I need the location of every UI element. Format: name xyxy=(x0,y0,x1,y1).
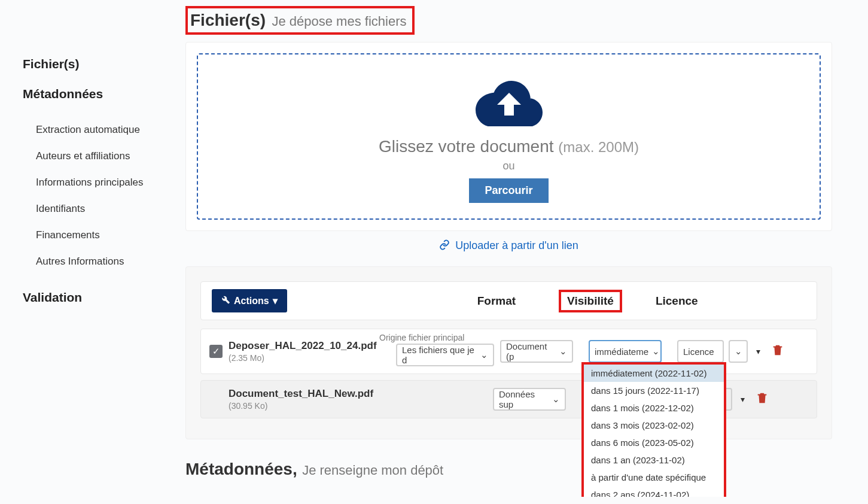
sidebar-item-autres[interactable]: Autres Informations xyxy=(23,248,173,275)
file-table: Actions ▾ Format Visibilité Licence ✓ De… xyxy=(185,266,832,439)
upload-from-link[interactable]: Uploader à partir d'un lien xyxy=(439,239,578,251)
checkbox-checked[interactable]: ✓ xyxy=(209,345,223,358)
column-header-visibility-highlight: Visibilité xyxy=(559,290,622,312)
column-header-visibility: Visibilité xyxy=(567,294,614,307)
sidebar-item-identifiants[interactable]: Identifiants xyxy=(23,196,173,222)
chevron-down-icon: ⌄ xyxy=(559,346,567,357)
caret-down-icon: ▾ xyxy=(273,295,278,306)
sidebar-item-financements[interactable]: Financements xyxy=(23,222,173,248)
origin-select[interactable]: Les fichiers que je d ⌄ xyxy=(396,344,494,366)
dropzone-card: Glissez votre document (max. 200M) ou Pa… xyxy=(185,42,832,231)
sidebar-item-informations[interactable]: Informations principales xyxy=(23,169,173,196)
column-header-licence: Licence xyxy=(656,294,698,308)
format-select[interactable]: Données sup ⌄ xyxy=(493,388,566,411)
visibility-value: immédiateme xyxy=(595,347,648,357)
browse-button[interactable]: Parcourir xyxy=(469,178,548,203)
dropzone-text-main: Glissez votre document xyxy=(379,137,554,156)
dropzone-text-size: (max. 200M) xyxy=(558,139,639,155)
sidebar-item-extraction[interactable]: Extraction automatique xyxy=(23,117,173,143)
link-icon xyxy=(439,239,450,253)
dropzone[interactable]: Glissez votre document (max. 200M) ou Pa… xyxy=(197,53,821,220)
sidebar-section-fichiers[interactable]: Fichier(s) xyxy=(23,57,173,71)
visibility-option[interactable]: dans 1 mois (2022-12-02) xyxy=(584,399,724,417)
dropzone-or: ou xyxy=(204,160,814,172)
page-title: Fichier(s) xyxy=(190,11,266,29)
sidebar-section-metadonnees[interactable]: Métadonnées xyxy=(23,87,173,101)
main-content: Fichier(s) Je dépose mes fichiers Glisse… xyxy=(173,0,868,497)
format-value: Données sup xyxy=(499,389,549,409)
metadata-section-title-row: Métadonnées, Je renseigne mon dépôt xyxy=(185,460,832,479)
upload-link-label: Uploader à partir d'un lien xyxy=(455,239,578,251)
chevron-down-icon: ⌄ xyxy=(552,394,560,405)
wrench-icon xyxy=(221,295,230,306)
delete-button[interactable] xyxy=(756,391,771,407)
page-subtitle: Je dépose mes fichiers xyxy=(272,14,406,29)
origin-label: Origine fichier principal xyxy=(379,333,464,342)
cloud-upload-icon xyxy=(473,76,545,129)
visibility-option[interactable]: dans 1 an (2023-11-02) xyxy=(584,451,724,469)
licence-dropdown-button[interactable]: ⌄ xyxy=(729,340,748,363)
delete-button[interactable] xyxy=(771,344,787,359)
file-table-header: Actions ▾ Format Visibilité Licence xyxy=(200,281,817,320)
file-size: (2.35 Mo) xyxy=(229,353,382,363)
visibility-option[interactable]: dans 15 jours (2022-11-17) xyxy=(584,382,724,399)
page-title-highlight: Fichier(s) Je dépose mes fichiers xyxy=(185,6,415,35)
actions-button[interactable]: Actions ▾ xyxy=(212,289,287,312)
sidebar-item-auteurs[interactable]: Auteurs et affiliations xyxy=(23,143,173,169)
visibility-option[interactable]: à partir d'une date spécifique xyxy=(584,469,724,486)
metadata-section-title: Métadonnées, xyxy=(185,460,297,478)
metadata-section-subtitle: Je renseigne mon dépôt xyxy=(302,463,443,478)
table-row: ✓ Deposer_HAL_2022_10_24.pdf (2.35 Mo) O… xyxy=(200,329,817,374)
file-name: Deposer_HAL_2022_10_24.pdf xyxy=(229,340,382,352)
actions-label: Actions xyxy=(234,296,269,306)
chevron-down-icon: ⌄ xyxy=(480,350,488,360)
file-size: (30.95 Ko) xyxy=(229,401,392,411)
dropzone-text: Glissez votre document (max. 200M) xyxy=(204,137,814,156)
visibility-option[interactable]: dans 3 mois (2023-02-02) xyxy=(584,417,724,434)
format-value: Document (p xyxy=(506,341,556,362)
visibility-option[interactable]: immédiatement (2022-11-02) xyxy=(584,365,724,382)
row-expand-caret[interactable]: ▾ xyxy=(756,347,760,356)
licence-value: Licence xyxy=(683,347,714,357)
licence-select[interactable]: Licence xyxy=(677,340,724,363)
column-header-format: Format xyxy=(477,294,516,308)
visibility-option[interactable]: dans 2 ans (2024-11-02) xyxy=(584,486,724,497)
sidebar-section-validation[interactable]: Validation xyxy=(23,290,173,305)
visibility-dropdown-highlight: immédiatement (2022-11-02) dans 15 jours… xyxy=(581,362,726,497)
row-expand-caret[interactable]: ▾ xyxy=(741,394,745,404)
chevron-down-icon: ⌄ xyxy=(735,346,742,357)
visibility-select[interactable]: immédiateme ⌄ xyxy=(589,340,662,363)
format-select[interactable]: Document (p ⌄ xyxy=(500,340,573,363)
origin-value: Les fichiers que je d xyxy=(402,345,477,365)
chevron-down-icon: ⌄ xyxy=(652,346,660,357)
sidebar: Fichier(s) Métadonnées Extraction automa… xyxy=(0,0,173,497)
visibility-option[interactable]: dans 6 mois (2023-05-02) xyxy=(584,434,724,451)
file-name: Document_test_HAL_New.pdf xyxy=(229,388,392,400)
